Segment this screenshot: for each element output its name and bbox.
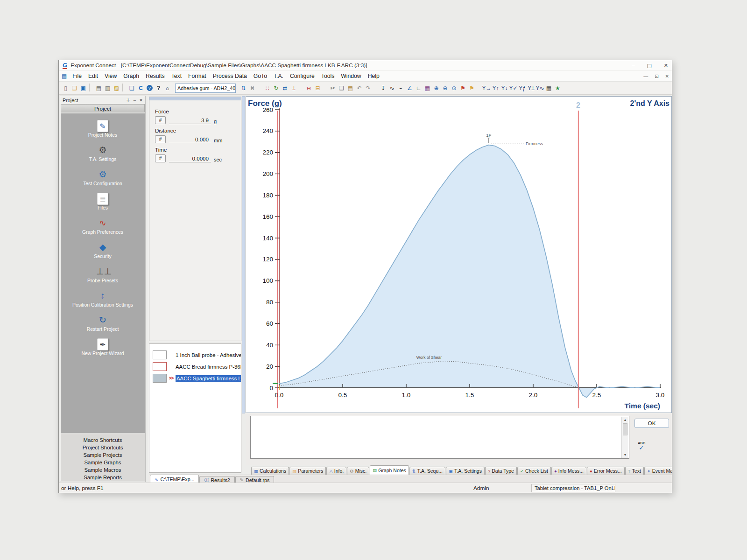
readout-value[interactable]: 0.0000 — [169, 155, 211, 162]
scroll-up-icon[interactable]: ▲ — [622, 418, 628, 421]
sidebar-item-ta-settings[interactable]: ⚙ T.A. Settings — [61, 144, 145, 168]
toolbar-icon[interactable] — [257, 84, 263, 92]
file-checkbox[interactable] — [153, 362, 167, 371]
y-wave-icon[interactable]: Y∿ — [536, 84, 544, 92]
update-data-icon[interactable]: ↻ — [272, 84, 281, 92]
readout-hash-button[interactable]: # — [155, 116, 166, 124]
tab-calculations[interactable]: ▦ Calculations — [251, 467, 289, 475]
tab-event-marks[interactable]: ✦ Event Mar... — [644, 467, 672, 475]
context-help-icon[interactable]: ? — [154, 84, 163, 92]
probe-set-icon[interactable]: ∺ — [304, 84, 313, 92]
zoom-out-icon[interactable]: ⊖ — [441, 84, 450, 92]
menu-item[interactable]: Tools — [318, 72, 338, 80]
flag-gold-icon[interactable]: ⚑ — [467, 84, 476, 92]
panel-grip[interactable] — [149, 97, 241, 100]
tab-data-type[interactable]: ? Data Type — [485, 467, 517, 475]
calibrate-icon[interactable]: ⊟ — [313, 84, 322, 92]
new-file-icon[interactable]: ▯ — [61, 84, 70, 92]
tab-info-messages[interactable]: ● Info Mess... — [551, 467, 586, 475]
count-peaks-icon[interactable]: ▦ — [423, 84, 432, 92]
append-data-icon[interactable]: ± — [289, 84, 298, 92]
file-checkbox[interactable] — [153, 374, 167, 383]
tab-ta-sequence[interactable]: ⇅ T.A. Sequ... — [409, 467, 445, 475]
splitter-handle[interactable] — [242, 96, 245, 413]
tab-ta-settings[interactable]: ▣ T.A. Settings — [446, 467, 485, 475]
transfer-data-icon[interactable]: ⇄ — [281, 84, 289, 92]
sidebar-item-security[interactable]: ◆ Security — [61, 241, 145, 266]
tutorial-icon[interactable]: ⌂ — [163, 84, 172, 92]
graph-notes-textbox[interactable]: ▲ ▼ — [250, 416, 629, 459]
sidebar-item-restart-project[interactable]: ↻ Restart Project — [61, 314, 145, 338]
file-list-row[interactable]: 1 Inch Ball probe - Adhesive — [149, 349, 241, 361]
sidebar-item-test-configuration[interactable]: ⚙ Test Configuration — [61, 168, 145, 193]
y-check-icon[interactable]: Y✓ — [509, 84, 518, 92]
delete-run-icon[interactable]: ✖ — [248, 84, 257, 92]
file-checkbox[interactable] — [153, 350, 167, 359]
zoom-in-icon[interactable]: ⊕ — [432, 84, 441, 92]
close-button[interactable]: ✕ — [664, 63, 668, 69]
fit-curve-icon[interactable]: ⌢ — [396, 84, 405, 92]
sidebar-item-files[interactable]: ≣ Files — [61, 193, 145, 217]
dock-header-icon[interactable]: ✕ — [139, 98, 143, 103]
sidebar-item-probe-presets[interactable]: ⊥⊥ Probe Presets — [61, 266, 145, 290]
toolbar-icon[interactable] — [298, 84, 304, 92]
menu-item[interactable]: Text — [168, 72, 185, 80]
y-up-icon[interactable]: Y↑ — [491, 84, 500, 92]
print-icon[interactable]: ▤ — [94, 84, 103, 92]
menu-item[interactable]: Configure — [287, 72, 318, 80]
paste-icon[interactable]: ▤ — [346, 84, 355, 92]
menu-item[interactable]: Results — [142, 72, 168, 80]
tab-misc[interactable]: ⚙ Misc. — [347, 467, 369, 475]
zoom-reset-icon[interactable]: ⊙ — [450, 84, 458, 92]
grid-icon[interactable]: ▦ — [544, 84, 553, 92]
help-icon[interactable]: ? — [145, 84, 154, 92]
mdi-control-button[interactable]: — — [643, 74, 648, 79]
file-list-row[interactable]: >> AACC Spaghetti firmness LKB — [149, 372, 241, 384]
probe-select-dropdown[interactable]: Adhesive gum - ADH2_40X ▾ — [175, 84, 236, 93]
maximize-button[interactable]: ▢ — [647, 63, 651, 69]
toolbar-icon[interactable] — [373, 84, 379, 92]
mdi-control-button[interactable]: ⊡ — [655, 74, 658, 79]
scroll-down-icon[interactable]: ▼ — [622, 453, 628, 456]
toolbar-icon[interactable] — [122, 84, 126, 91]
sidebar-item-new-project-wizard[interactable]: ✒ New Project Wizard — [61, 338, 145, 363]
anchor-icon[interactable]: ↧ — [379, 84, 388, 92]
shortcut-link[interactable]: Project Shortcuts — [61, 444, 145, 451]
tab-check-list[interactable]: ✓ Check List — [517, 467, 551, 475]
acquire-data-icon[interactable]: ∷ — [263, 84, 272, 92]
redo-icon[interactable]: ↷ — [364, 84, 373, 92]
tab-error-messages[interactable]: ● Error Mess... — [587, 467, 625, 475]
dock-header-icon[interactable]: ‒ — [134, 98, 136, 103]
macro-run-icon[interactable]: ★ — [553, 84, 562, 92]
force-chart[interactable]: 0204060801001201401601802002202402600.00… — [246, 96, 672, 413]
readout-hash-button[interactable]: # — [155, 154, 166, 162]
menu-item[interactable]: Graph — [120, 72, 142, 80]
minimize-button[interactable]: – — [632, 63, 634, 69]
menu-item[interactable]: GoTo — [250, 72, 270, 80]
sort-icon[interactable]: ⇅ — [239, 84, 248, 92]
show-panel-icon[interactable]: ❑ — [127, 84, 136, 92]
tab-parameters[interactable]: ▨ Parameters — [289, 467, 326, 475]
scale-axes-icon[interactable]: ∠ — [405, 84, 414, 92]
ruler-icon[interactable]: ∟ — [414, 84, 423, 92]
y-down-icon[interactable]: Y↓ — [500, 84, 509, 92]
archive-icon[interactable]: ▨ — [112, 84, 121, 92]
y-shift-icon[interactable]: Y→ — [482, 84, 491, 92]
menu-item[interactable]: Process Data — [210, 72, 250, 80]
copy-icon[interactable]: ❏ — [337, 84, 346, 92]
save-icon[interactable]: ▣ — [79, 84, 88, 92]
print-preview-icon[interactable]: ▥ — [103, 84, 112, 92]
dock-header-icon[interactable]: ✛ — [127, 98, 130, 103]
toolbar-icon[interactable] — [89, 84, 93, 91]
sidebar-item-project-notes[interactable]: ✎ Project Notes — [61, 120, 145, 144]
tab-info[interactable]: △ Info. — [326, 467, 346, 475]
ok-button[interactable]: OK — [634, 419, 669, 428]
sidebar-item-graph-preferences[interactable]: ∿ Graph Preferences — [61, 217, 145, 241]
menu-item[interactable]: Help — [365, 72, 383, 80]
file-list-row[interactable]: AACC Bread firmness P-36R — [149, 361, 241, 372]
toolbar-icon[interactable] — [476, 84, 482, 92]
refresh-icon[interactable]: C — [136, 84, 145, 92]
menu-item[interactable]: Format — [185, 72, 210, 80]
notes-scrollbar[interactable]: ▲ ▼ — [621, 417, 628, 458]
sidebar-item-position-calibration[interactable]: ↕ Position Calibration Settings — [61, 290, 145, 314]
